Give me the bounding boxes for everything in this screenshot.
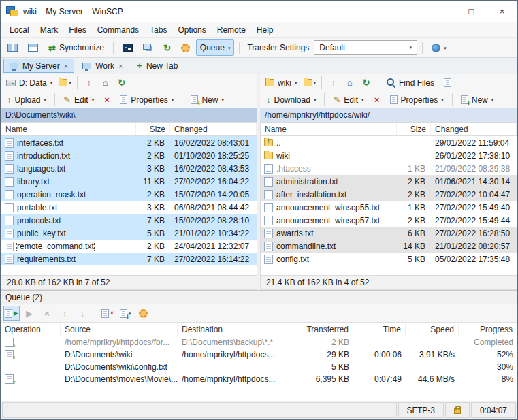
remote-home-directory-button[interactable]: ⌂ — [342, 76, 357, 91]
close-tab-icon[interactable]: × — [64, 62, 68, 70]
file-row[interactable]: announcement_winscp55.txt 1 KB 27/02/202… — [261, 201, 517, 214]
file-row[interactable]: public_key.txt 5 KB 21/01/2022 10:34:22 — [1, 227, 257, 240]
file-row[interactable]: languages.txt 3 KB 16/02/2022 08:43:53 — [1, 162, 257, 175]
file-row[interactable]: administration.txt 2 KB 01/06/2021 14:30… — [261, 175, 517, 188]
open-terminal-button[interactable] — [118, 39, 137, 56]
remote-properties-button[interactable]: Properties ▾ — [386, 92, 448, 108]
new-tab-button[interactable]: + New Tab — [131, 59, 184, 73]
file-row[interactable]: requirements.txt 7 KB 27/02/2022 16:14:2… — [1, 253, 257, 265]
menu-item[interactable]: Tabs — [144, 22, 172, 37]
local-drive-combo[interactable]: D: Data ▾ — [3, 76, 56, 90]
queue-row[interactable]: D:\Documents\wiki\config.txt 5 KB 30% — [1, 361, 517, 373]
file-row[interactable]: .htaccess 1 KB 21/09/2022 08:39:38 — [261, 162, 517, 175]
remote-open-directory-button[interactable]: ▾ — [302, 76, 318, 91]
local-delete-button[interactable]: × — [99, 93, 114, 108]
menu-item[interactable]: Commands — [92, 22, 144, 37]
close-tab-icon[interactable]: × — [118, 62, 123, 70]
refresh-button[interactable]: ↻ — [159, 39, 175, 56]
menu-item[interactable]: Help — [251, 22, 279, 37]
synchronize-button[interactable]: ⇄ Synchronize — [44, 39, 108, 56]
explorer-layout-button[interactable] — [24, 39, 42, 56]
menu-item[interactable]: Local — [4, 22, 35, 37]
queue-delete-item-button[interactable]: × — [39, 306, 55, 321]
download-button[interactable]: ↓ Download ▾ — [262, 92, 320, 108]
column-header-changed[interactable]: Changed — [170, 123, 257, 135]
remote-edit-button[interactable]: ✎ Edit ▾ — [329, 92, 368, 108]
queue-resume-button[interactable]: ▶ — [21, 306, 37, 321]
remote-delete-button[interactable]: × — [370, 93, 385, 108]
column-header-name[interactable]: Name — [1, 123, 136, 135]
local-properties-button[interactable]: Properties ▾ — [116, 92, 178, 108]
close-button[interactable]: × — [487, 1, 517, 22]
preferences-button[interactable] — [177, 39, 194, 56]
queue-move-up-button[interactable]: ↑ — [56, 306, 73, 321]
queue-column-transferred[interactable]: Transferred — [300, 323, 353, 336]
file-row[interactable]: introduction.txt 2 KB 01/10/2020 18:25:2… — [1, 149, 257, 162]
find-files-button[interactable]: Find Files — [383, 75, 438, 91]
minimize-button[interactable]: – — [425, 1, 456, 22]
queue-column-speed[interactable]: Speed — [406, 323, 459, 336]
local-parent-directory-button[interactable]: ↑ — [82, 76, 97, 91]
queue-column-time[interactable]: Time — [353, 323, 406, 336]
chevron-down-icon[interactable]: ▾ — [404, 41, 417, 54]
remote-file-mask-button[interactable] — [440, 76, 455, 91]
file-row[interactable]: interfaces.txt 2 KB 16/02/2022 08:43:01 — [1, 136, 257, 149]
file-row[interactable]: awards.txt 6 KB 27/02/2022 16:28:50 — [261, 227, 517, 240]
queue-move-down-button[interactable]: ↓ — [74, 306, 91, 321]
local-edit-button[interactable]: ✎ Edit ▾ — [59, 92, 98, 108]
transfer-settings-combo[interactable]: Default ▾ — [314, 40, 417, 55]
local-open-directory-button[interactable]: ▾ — [57, 76, 73, 91]
file-row[interactable]: library.txt 11 KB 27/02/2022 16:04:22 — [1, 175, 257, 188]
menu-item[interactable]: Mark — [35, 22, 64, 37]
session-generation-button[interactable]: ▾ — [427, 39, 451, 56]
encryption-indicator[interactable] — [445, 402, 470, 418]
queue-column-source[interactable]: Source — [61, 323, 178, 336]
remote-refresh-button[interactable]: ↻ — [359, 76, 374, 91]
file-row[interactable]: config.txt 5 KB 05/02/2022 17:35:48 — [261, 253, 517, 265]
remote-new-button[interactable]: New ▾ — [457, 92, 498, 108]
column-header-size[interactable]: Size — [136, 123, 170, 135]
local-refresh-button[interactable]: ↻ — [114, 76, 129, 91]
queue-toggle-button[interactable]: Queue ▾ — [196, 39, 235, 56]
remote-directory-combo[interactable]: wiki ▾ — [262, 76, 301, 90]
queue-preferences-button[interactable] — [135, 306, 151, 321]
column-header-name[interactable]: Name — [261, 123, 397, 135]
maximize-button[interactable]: □ — [456, 1, 487, 22]
local-new-button[interactable]: New ▾ — [187, 92, 228, 108]
protocol-indicator[interactable]: SFTP-3 — [398, 402, 444, 418]
menu-item[interactable]: Remote — [212, 22, 251, 37]
file-row[interactable]: .. 29/01/2022 11:59:04 — [261, 136, 517, 149]
session-tab[interactable]: My Server × — [3, 59, 74, 73]
file-row[interactable]: after_installation.txt 2 KB 27/02/2022 1… — [261, 188, 517, 201]
commander-layout-button[interactable] — [3, 39, 22, 56]
menu-item[interactable]: Files — [63, 22, 91, 37]
toolbar-separator — [182, 93, 182, 106]
column-header-size[interactable]: Size — [397, 123, 431, 135]
file-row[interactable]: commandline.txt 14 KB 21/01/2022 08:20:5… — [261, 240, 517, 253]
file-row[interactable]: protocols.txt 7 KB 15/02/2022 08:28:10 — [1, 214, 257, 227]
queue-operations-dropdown-button[interactable]: ▾ — [117, 306, 133, 321]
upload-button[interactable]: ↑ Upload ▾ — [3, 92, 50, 108]
queue-row[interactable]: /home/mprikryl/httpdocs/for... D:\Docume… — [1, 336, 517, 349]
queue-column-progress[interactable]: Progress — [459, 323, 517, 336]
remote-path-bar[interactable]: /home/mprikryl/httpdocs/wiki/ — [260, 108, 517, 122]
file-row[interactable]: remote_command.txt 2 KB 24/04/2021 12:32… — [1, 240, 257, 253]
file-row[interactable]: portable.txt 3 KB 06/08/2021 08:44:42 — [1, 201, 257, 214]
column-header-changed[interactable]: Changed — [431, 123, 517, 135]
session-tab[interactable]: Work × — [76, 59, 129, 73]
remote-parent-directory-button[interactable]: ↑ — [326, 76, 341, 91]
file-row[interactable]: announcement_winscp57.txt 2 KB 27/02/202… — [261, 214, 517, 227]
local-home-directory-button[interactable]: ⌂ — [98, 76, 113, 91]
queue-process-button[interactable]: ▶ — [3, 306, 20, 321]
file-name-cell: languages.txt — [1, 164, 136, 174]
file-row[interactable]: operation_mask.txt 2 KB 15/07/2020 14:20… — [1, 188, 257, 201]
menu-item[interactable]: Options — [172, 22, 211, 37]
queue-row[interactable]: D:\Documents\movies\Movie\... /home/mpri… — [1, 373, 517, 385]
local-path-bar[interactable]: D:\Documents\wiki\ — [1, 108, 257, 122]
queue-column-destination[interactable]: Destination — [178, 323, 300, 336]
queue-delete-all-done-button[interactable]: × — [99, 306, 116, 321]
file-row[interactable]: wiki 26/01/2022 17:38:10 — [261, 149, 517, 162]
queue-row[interactable]: D:\Documents\wiki /home/mprikryl/httpdoc… — [1, 349, 517, 361]
duplicate-session-button[interactable] — [139, 39, 157, 56]
queue-column-operation[interactable]: Operation — [1, 323, 61, 336]
